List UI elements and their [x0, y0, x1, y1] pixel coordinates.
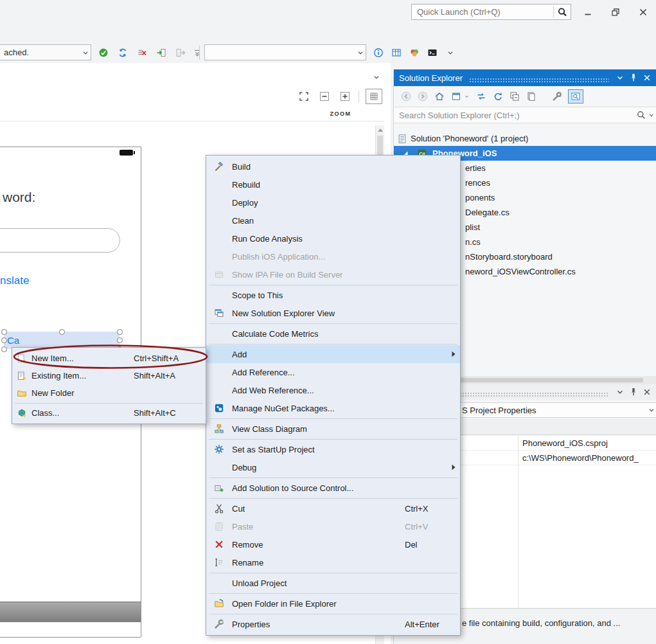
menu-item-class[interactable]: Class...Shift+Alt+C	[12, 404, 206, 422]
zoom-out-icon[interactable]	[317, 89, 332, 104]
menu-item-add-solution-to-source-control[interactable]: Add Solution to Source Control...	[206, 479, 460, 497]
menu-item-manage-nuget-packages[interactable]: Manage NuGet Packages...	[206, 399, 460, 417]
dropdown-caret-icon[interactable]	[442, 45, 459, 60]
phone-number-field[interactable]	[0, 228, 120, 253]
menu-item-add[interactable]: Add	[206, 345, 460, 363]
menu-item-rename[interactable]: Rename	[206, 553, 460, 571]
menu-item-new-folder[interactable]: New Folder	[12, 384, 206, 402]
menu-item-label: Remove	[232, 540, 405, 550]
info-icon[interactable]	[370, 45, 387, 60]
chevron-down-icon[interactable]	[613, 386, 626, 398]
selection-handle[interactable]	[59, 329, 65, 335]
export-item-disabled-icon[interactable]	[172, 45, 189, 60]
menu-item-run-code-analysis[interactable]: Run Code Analysis	[206, 229, 460, 247]
close-icon[interactable]	[640, 71, 653, 84]
menu-item-remove[interactable]: RemoveDel	[206, 535, 460, 553]
menu-item-build[interactable]: Build	[206, 157, 460, 175]
console-icon[interactable]	[424, 45, 441, 60]
menu-item-scope-to-this[interactable]: Scope to This	[206, 286, 460, 304]
menu-item-label: Properties	[232, 620, 405, 629]
collapse-all-icon[interactable]	[509, 89, 520, 103]
ios-toolbar	[0, 602, 141, 622]
menu-item-add-web-reference[interactable]: Add Web Reference...	[206, 381, 460, 399]
menu-item-view-class-diagram[interactable]: View Class Diagram	[206, 420, 460, 438]
menu-item-new-item[interactable]: New Item...Ctrl+Shift+A	[12, 350, 206, 367]
menu-separator	[209, 323, 457, 324]
sync-active-icon[interactable]	[475, 89, 487, 103]
zoom-in-icon[interactable]	[338, 89, 352, 104]
selection-handle[interactable]	[117, 329, 123, 335]
status-ok-icon[interactable]	[95, 45, 112, 60]
menu-item-deploy[interactable]: Deploy	[206, 193, 460, 211]
import-item-icon[interactable]	[153, 45, 170, 60]
chevron-down-icon[interactable]	[646, 405, 656, 415]
menu-item-cut[interactable]: CutCtrl+X	[206, 499, 460, 517]
phoneword-heading: word:	[3, 190, 35, 205]
menu-item-unload-project[interactable]: Unload Project	[206, 574, 460, 592]
new-view-icon	[206, 308, 232, 318]
chevron-down-icon[interactable]	[613, 71, 626, 84]
menu-item-shortcut: Ctrl+V	[405, 522, 447, 532]
class-icon	[12, 408, 31, 418]
chevron-down-icon[interactable]	[647, 107, 656, 123]
preview-selected-icon[interactable]	[568, 89, 583, 103]
fit-screen-icon[interactable]	[297, 89, 311, 104]
home-icon[interactable]	[434, 89, 445, 103]
menu-item-debug[interactable]: Debug	[206, 458, 460, 476]
chevron-down-icon[interactable]	[355, 48, 366, 58]
copy-page-icon[interactable]	[526, 89, 537, 103]
menu-item-clean[interactable]: Clean	[206, 211, 460, 229]
scrollbar-up-arrow-icon[interactable]	[378, 129, 383, 132]
pin-icon[interactable]	[626, 386, 640, 398]
close-icon[interactable]	[640, 386, 653, 398]
chevron-down-icon[interactable]	[80, 48, 91, 58]
translate-button[interactable]: nslate	[0, 274, 29, 287]
solution-explorer-titlebar: Solution Explorer	[394, 69, 656, 86]
refresh-circle-icon[interactable]	[114, 45, 131, 60]
menu-item-new-solution-explorer-view[interactable]: New Solution Explorer View	[206, 304, 460, 322]
menu-item-label: Add Reference...	[232, 368, 405, 377]
quick-launch-box[interactable]: Quick Launch (Ctrl+Q)	[411, 4, 571, 20]
tree-item-label: ponents	[465, 190, 495, 205]
menu-item-label: Show IPA File on Build Server	[232, 270, 405, 280]
menu-item-shortcut: Ctrl+X	[405, 504, 447, 514]
restore-button[interactable]	[607, 5, 625, 19]
data-grid-icon[interactable]	[388, 45, 405, 60]
chevron-down-icon[interactable]	[371, 72, 382, 82]
selection-handle[interactable]	[1, 346, 7, 352]
menu-item-add-reference[interactable]: Add Reference...	[206, 363, 460, 381]
toolbar-overflow-icon[interactable]	[191, 45, 203, 60]
menu-item-existing-item[interactable]: Existing Item...Shift+Alt+A	[12, 367, 206, 384]
extension-sphere-icon[interactable]	[406, 45, 423, 60]
wrench-small-icon[interactable]	[551, 89, 563, 103]
menu-item-label: Calculate Code Metrics	[232, 329, 405, 339]
scope-caret-icon[interactable]	[463, 89, 470, 103]
close-button[interactable]	[634, 5, 653, 19]
pin-icon[interactable]	[626, 71, 640, 84]
zoom-label: ZOOM	[302, 111, 379, 117]
menu-item-open-folder-in-file-explorer[interactable]: Open Folder in File Explorer	[206, 595, 460, 613]
scope-icon[interactable]	[450, 89, 462, 103]
menu-item-rebuild[interactable]: Rebuild	[206, 175, 460, 193]
search-icon[interactable]	[635, 107, 647, 123]
minimize-button[interactable]	[579, 5, 597, 19]
menu-item-properties[interactable]: PropertiesAlt+Enter	[206, 615, 460, 633]
selection-handle[interactable]	[1, 329, 7, 335]
device-combo[interactable]: ached.	[0, 44, 91, 60]
back-icon[interactable]	[400, 89, 412, 103]
search-icon[interactable]	[554, 7, 571, 17]
actual-size-icon[interactable]	[366, 89, 382, 104]
tree-item-solution-phoneword-1-project[interactable]: Solution 'Phoneword' (1 project)	[394, 131, 656, 146]
menu-item-label: Scope to This	[232, 291, 405, 300]
selection-handle[interactable]	[117, 337, 123, 343]
forward-icon[interactable]	[417, 89, 429, 103]
menu-item-label: Existing Item...	[31, 371, 134, 380]
menu-item-calculate-code-metrics[interactable]: Calculate Code Metrics	[206, 325, 460, 343]
toolbar-combo[interactable]	[204, 44, 366, 60]
refresh-small-icon[interactable]	[492, 89, 504, 103]
menu-item-label: Add Web Reference...	[232, 386, 405, 395]
solution-search-box[interactable]: Search Solution Explorer (Ctrl+;)	[394, 107, 656, 123]
selection-handle[interactable]	[1, 337, 7, 343]
clear-list-icon[interactable]	[134, 45, 150, 60]
menu-item-set-as-startup-project[interactable]: Set as StartUp Project	[206, 440, 460, 458]
